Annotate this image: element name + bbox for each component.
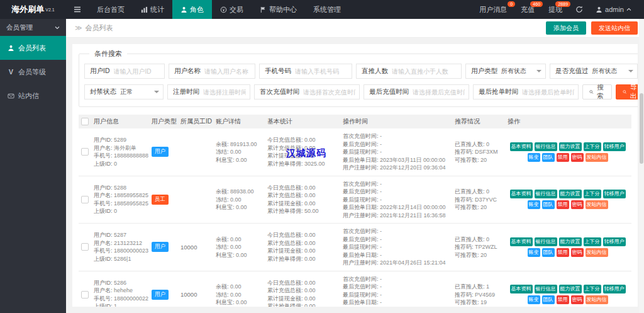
nav-item-role[interactable]: 角色: [172, 0, 212, 19]
action-basic-info-button[interactable]: 基本资料: [510, 142, 533, 151]
nav-item-system[interactable]: 系统管理: [305, 0, 349, 19]
action-bank-info-button[interactable]: 银行信息: [535, 285, 557, 293]
member-table: 用户信息 用户类型 所属员工ID 账户详情 基本统计 操作时间 推荐情况 操作 …: [79, 115, 631, 307]
referral-line: 已直推人数: 1: [455, 283, 504, 291]
action-team-button[interactable]: 团队: [542, 153, 555, 162]
action-up-down-points-button[interactable]: 上下分: [584, 285, 601, 293]
direct-referrals-input[interactable]: [392, 68, 457, 75]
action-disable-button[interactable]: 禁用: [557, 248, 569, 257]
hamburger-icon[interactable]: [66, 0, 89, 19]
export-button[interactable]: 导出: [616, 84, 638, 100]
row-checkbox[interactable]: [81, 148, 89, 156]
search-button[interactable]: 搜索: [582, 84, 612, 100]
ban-status-select[interactable]: 封禁状态 正常: [84, 84, 164, 100]
user-type-select[interactable]: 用户类型 所有状态: [465, 64, 546, 79]
add-member-button[interactable]: 添加会员: [546, 21, 586, 35]
referral-line: 推荐码: D37YVC: [455, 196, 504, 204]
cell-basic-stats: 今日充值总额: 0.00累计充值总额: 0.00累计提现金额: 0.00累计抢单…: [267, 132, 343, 172]
action-ability-setting-button[interactable]: 能力设置: [559, 237, 582, 246]
row-checkbox[interactable]: [81, 196, 89, 203]
sidebar-item-inbox[interactable]: 站内信: [0, 84, 66, 108]
action-bank-info-button[interactable]: 银行信息: [535, 190, 557, 198]
nav-item-trade[interactable]: 交易: [212, 0, 252, 19]
action-ability-setting-button[interactable]: 能力设置: [559, 285, 582, 293]
row-checkbox[interactable]: [81, 291, 89, 299]
action-account-change-button[interactable]: 账变: [528, 200, 540, 209]
nav-withdraw[interactable]: 提现 2889: [541, 0, 569, 19]
action-transfer-user-button[interactable]: 转移用户: [603, 237, 626, 246]
action-team-button[interactable]: 团队: [542, 200, 555, 209]
action-basic-info-button[interactable]: 基本资料: [510, 237, 533, 246]
action-send-inmail-button[interactable]: 发站内信: [586, 295, 608, 304]
action-transfer-user-button[interactable]: 转移用户: [603, 142, 626, 151]
nav-user-messages[interactable]: 用户消息 0: [472, 0, 514, 19]
action-transfer-user-button[interactable]: 转移用户: [603, 190, 626, 198]
action-up-down-points-button[interactable]: 上下分: [584, 142, 601, 151]
sidebar-item-member-level[interactable]: V 会员等级: [0, 60, 66, 84]
action-password-button[interactable]: 密码: [571, 295, 584, 304]
header-operation-times: 操作时间: [343, 117, 455, 126]
action-send-inmail-button[interactable]: 发站内信: [586, 248, 608, 257]
top-navbar: 海外刷单V2.1 后台首页 统计 角色 交易 帮助中心 系统管理 用户消息 0 …: [0, 0, 644, 19]
action-transfer-user-button[interactable]: 转移用户: [603, 285, 626, 293]
action-team-button[interactable]: 团队: [542, 248, 555, 257]
admin-menu[interactable]: admin: [589, 0, 638, 19]
action-account-change-button[interactable]: 账变: [528, 295, 540, 304]
app-version: V2.1: [45, 8, 54, 12]
user-name-field[interactable]: 用户名称: [169, 64, 255, 79]
nav-item-home[interactable]: 后台首页: [89, 0, 133, 19]
last-order-time-field[interactable]: 最后抢单时间: [473, 84, 579, 100]
first-recharge-time-field[interactable]: 首次充值时间: [254, 84, 360, 100]
send-inmail-button[interactable]: 发送站内信: [591, 21, 638, 35]
action-up-down-points-button[interactable]: 上下分: [584, 190, 601, 198]
action-team-button[interactable]: 团队: [542, 295, 555, 304]
sidebar-group-member-management[interactable]: 会员管理: [0, 19, 66, 36]
action-disable-button[interactable]: 禁用: [557, 153, 569, 162]
action-account-change-button[interactable]: 账变: [528, 248, 540, 257]
info-line: 上级ID: 5286|1: [94, 255, 148, 263]
times-line: 最后充值时间: -: [343, 283, 452, 291]
action-account-change-button[interactable]: 账变: [528, 153, 540, 162]
stats-line: 今日充值总额: 0.00: [267, 279, 340, 287]
register-time-input[interactable]: [203, 89, 246, 96]
info-line: 手机号: 18800000023: [94, 247, 148, 255]
cell-staff-id: 10000: [180, 275, 216, 307]
last-recharge-time-field[interactable]: 最后充值时间: [364, 84, 469, 100]
row-checkbox[interactable]: [81, 243, 89, 251]
action-ability-setting-button[interactable]: 能力设置: [559, 190, 582, 198]
action-password-button[interactable]: 密码: [571, 248, 584, 257]
nav-item-help[interactable]: 帮助中心: [252, 0, 305, 19]
first-recharge-time-input[interactable]: [303, 89, 355, 96]
action-disable-button[interactable]: 禁用: [557, 200, 569, 209]
action-bank-info-button[interactable]: 银行信息: [535, 142, 557, 151]
user-id-field[interactable]: 用户ID: [84, 64, 165, 79]
member-list-card: 条件搜索 用户ID 用户名称 手机号码 直推人数: [72, 44, 638, 307]
action-basic-info-button[interactable]: 基本资料: [510, 285, 533, 293]
sidebar-item-member-list[interactable]: 会员列表: [0, 36, 66, 60]
vertical-scrollbar[interactable]: [639, 19, 644, 313]
phone-field[interactable]: 手机号码: [259, 64, 352, 79]
last-recharge-time-input[interactable]: [413, 89, 465, 96]
action-password-button[interactable]: 密码: [571, 200, 584, 209]
action-password-button[interactable]: 密码: [571, 153, 584, 162]
user-id-input[interactable]: [114, 68, 161, 75]
page-header-bar: ≫ 会员列表 添加会员 发送站内信: [66, 19, 644, 38]
has-recharged-select[interactable]: 是否充值过 所有状态: [550, 64, 638, 79]
phone-input[interactable]: [295, 68, 348, 75]
user-name-input[interactable]: [204, 68, 251, 75]
select-all-checkbox[interactable]: [81, 118, 89, 125]
action-send-inmail-button[interactable]: 发站内信: [586, 153, 608, 162]
action-send-inmail-button[interactable]: 发站内信: [586, 200, 608, 209]
last-order-time-input[interactable]: [522, 89, 574, 96]
action-ability-setting-button[interactable]: 能力设置: [559, 142, 582, 151]
nav-recharge[interactable]: 充值 460: [514, 0, 541, 19]
action-up-down-points-button[interactable]: 上下分: [584, 237, 601, 246]
nav-item-stats[interactable]: 统计: [133, 0, 172, 19]
refresh-icon[interactable]: [569, 0, 589, 19]
direct-referrals-field[interactable]: 直推人数: [356, 64, 462, 79]
action-basic-info-button[interactable]: 基本资料: [510, 190, 533, 198]
action-bank-info-button[interactable]: 银行信息: [535, 237, 557, 246]
action-disable-button[interactable]: 禁用: [557, 295, 569, 304]
register-time-field[interactable]: 注册时间: [167, 84, 250, 100]
scrollbar-thumb[interactable]: [640, 93, 643, 164]
